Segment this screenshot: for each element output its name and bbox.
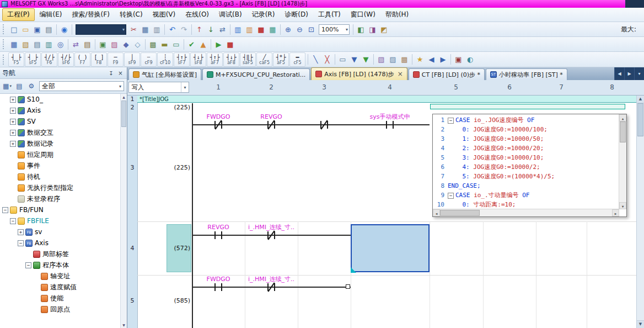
- edit-mode-combo[interactable]: 写入 ▾: [128, 82, 189, 93]
- ladder-f5-button[interactable]: ┤ ├F5: [8, 52, 24, 67]
- toolbar-grip[interactable]: [3, 55, 6, 65]
- copy-icon[interactable]: ▦: [139, 24, 151, 35]
- comment-edit-icon[interactable]: ▧: [375, 54, 387, 65]
- scroll-thumb[interactable]: [121, 100, 126, 127]
- global-label-icon[interactable]: ▨: [109, 39, 120, 50]
- ladder-af8-button[interactable]: ┤↓├aF8: [223, 52, 239, 67]
- contact-normally-open[interactable]: [211, 230, 226, 241]
- menu-item[interactable]: 在线(O): [180, 8, 214, 21]
- ladder-title-row[interactable]: *[Title]JOG: [137, 96, 637, 103]
- monitor-stop-icon[interactable]: ■: [255, 24, 267, 35]
- convert-all-icon[interactable]: ▼: [360, 54, 372, 65]
- bookmark-prev-icon[interactable]: ◀: [426, 54, 437, 65]
- ladder-cf10-button[interactable]: ┆cF10: [157, 52, 173, 67]
- row-number[interactable]: 5: [127, 297, 137, 304]
- comment-display-icon[interactable]: ◧: [355, 24, 367, 35]
- menu-item[interactable]: 视图(V): [148, 8, 181, 21]
- contact-normally-closed[interactable]: [211, 119, 226, 130]
- tree-item[interactable]: −FBAxis: [0, 237, 127, 248]
- tab-scroll-left-icon[interactable]: ◀: [614, 67, 624, 80]
- ladder-sf5-button[interactable]: ┤ ├sF5: [25, 52, 41, 67]
- tree-item[interactable]: +FBsv: [0, 226, 127, 237]
- scroll-up-icon[interactable]: ▲: [637, 96, 644, 103]
- save-project-icon[interactable]: ▣: [31, 24, 43, 35]
- menu-item[interactable]: 窗口(W): [346, 8, 380, 21]
- device-batch-monitor-icon[interactable]: ▦: [267, 24, 278, 35]
- scroll-thumb[interactable]: [637, 103, 643, 136]
- tree-item[interactable]: −FBFILE: [0, 215, 127, 226]
- zoom-in-icon[interactable]: ⊕: [282, 24, 294, 35]
- tree-item[interactable]: +S10_: [0, 94, 127, 105]
- ladder-f9-button[interactable]: ─F9: [108, 52, 124, 67]
- tree-item[interactable]: 速度赋值: [0, 282, 127, 293]
- tree-item[interactable]: +SV: [0, 116, 127, 127]
- st-popup-vscrollbar[interactable]: ▲ ▼: [619, 114, 626, 209]
- print-icon[interactable]: ▤: [43, 24, 55, 35]
- device-test-icon[interactable]: ▣: [453, 54, 464, 65]
- tree-item[interactable]: +数据记录: [0, 138, 127, 149]
- scroll-up-icon[interactable]: ▲: [121, 94, 127, 100]
- settings-gear-icon[interactable]: ⚙: [26, 81, 37, 92]
- write-to-plc-icon[interactable]: ↑: [194, 24, 205, 35]
- ladder-caf5-button[interactable]: ╱caF5: [256, 52, 272, 67]
- forced-onoff-icon[interactable]: ◐: [464, 54, 476, 65]
- document-tab[interactable]: Axis [FB] [LD] (1478)步×: [311, 67, 407, 80]
- selected-cell[interactable]: [351, 224, 430, 272]
- element-selection-window-icon[interactable]: ▧: [20, 39, 31, 50]
- ladder-f7-button[interactable]: ( )F7: [74, 52, 90, 67]
- close-icon[interactable]: ×: [116, 69, 125, 77]
- bookmark-next-icon[interactable]: ▶: [437, 54, 449, 65]
- read-from-plc-icon[interactable]: ↓: [205, 24, 217, 35]
- document-tab[interactable]: CT [FB] [LD] (0)步 *: [409, 68, 485, 80]
- contact-normally-open[interactable]: [383, 119, 397, 130]
- start-monitor-icon[interactable]: ▶: [213, 39, 224, 50]
- note-insert-icon[interactable]: ▭: [170, 39, 182, 50]
- ladder-f8-button[interactable]: [ ]F8: [91, 52, 107, 67]
- note-display-icon[interactable]: ◩: [378, 24, 390, 35]
- ladder-cf9-button[interactable]: ┄cF9: [141, 52, 157, 67]
- verify-with-plc-icon[interactable]: ⇄: [217, 24, 228, 35]
- scroll-down-icon[interactable]: ▼: [637, 320, 644, 328]
- chevron-down-icon[interactable]: ▾: [181, 82, 189, 92]
- scroll-thumb[interactable]: [440, 210, 480, 216]
- scroll-down-icon[interactable]: ▼: [619, 202, 626, 209]
- contact-normally-closed[interactable]: [317, 119, 331, 130]
- note-edit-icon[interactable]: ▩: [399, 54, 410, 65]
- redo-icon[interactable]: ↷: [178, 24, 190, 35]
- statement-display-icon[interactable]: ◨: [367, 24, 378, 35]
- tree-item[interactable]: 使能: [0, 293, 127, 304]
- input-device-icon[interactable]: ▭: [337, 54, 348, 65]
- navigation-window-icon[interactable]: ▦: [8, 39, 20, 50]
- scroll-left-icon[interactable]: ◀: [433, 209, 440, 216]
- row-number[interactable]: 3: [127, 164, 137, 171]
- chevron-down-icon[interactable]: ▾: [122, 27, 125, 32]
- menu-item[interactable]: 转换(C): [115, 8, 148, 21]
- program-check-icon[interactable]: ✔: [186, 39, 197, 50]
- collapse-icon[interactable]: −: [2, 207, 8, 213]
- new-data-icon[interactable]: ▣: [97, 39, 109, 50]
- zoom-combo[interactable]: 100%▾: [319, 24, 350, 35]
- ladder-af7-button[interactable]: ┤↑├aF7: [207, 52, 223, 67]
- draw-line-icon[interactable]: ╲: [310, 54, 321, 65]
- menu-item[interactable]: 记录(R): [247, 8, 280, 21]
- pin-icon[interactable]: ↧: [107, 69, 115, 77]
- contact-normally-open[interactable]: [211, 282, 226, 293]
- scroll-up-icon[interactable]: ▲: [619, 114, 626, 121]
- device-list-icon[interactable]: ▤: [82, 39, 93, 50]
- tree-filter-combo[interactable]: 全部 ▾: [39, 81, 124, 91]
- e-manual-icon[interactable]: ◉: [58, 24, 70, 35]
- row-number[interactable]: 1: [127, 96, 137, 103]
- collapse-icon[interactable]: −: [18, 240, 24, 246]
- tree-item[interactable]: 局部标签: [0, 248, 127, 260]
- tree-scrollbar[interactable]: ▲ ▼: [120, 94, 127, 328]
- ladder-af5-button[interactable]: ┤*├aF5: [273, 52, 289, 67]
- monitor-write-mode-icon[interactable]: ▥: [244, 24, 255, 35]
- expand-icon[interactable]: +: [18, 229, 24, 235]
- contact-normally-closed[interactable]: [264, 230, 278, 241]
- collapse-icon[interactable]: −: [25, 262, 31, 268]
- ladder-f6-button[interactable]: ┤/├F6: [41, 52, 57, 67]
- ladder-saf5-button[interactable]: ┤‖├saF5: [240, 52, 256, 67]
- tab-scroll-right-icon[interactable]: ▶: [624, 67, 634, 80]
- menu-item[interactable]: 搜索/替换(F): [67, 8, 115, 21]
- device-comment-icon[interactable]: ▩: [147, 39, 159, 50]
